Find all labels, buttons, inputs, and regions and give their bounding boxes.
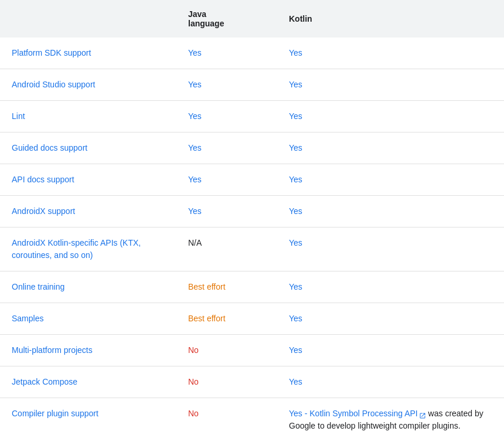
feature-name[interactable]: Platform SDK support — [12, 48, 91, 57]
java-value: Yes — [188, 143, 202, 152]
table-row: Jetpack ComposeNoYes — [0, 366, 504, 398]
feature-cell: Compiler plugin support — [0, 398, 176, 439]
kotlin-value: Yes — [289, 111, 302, 121]
kotlin-value-cell: Yes — [277, 303, 504, 335]
kotlin-value: Yes — [289, 282, 302, 291]
kotlin-value-cell: Yes - Kotlin Symbol Processing API was c… — [277, 398, 504, 439]
feature-cell: Jetpack Compose — [0, 366, 176, 398]
java-value-cell: No — [176, 335, 277, 366]
feature-cell: Online training — [0, 271, 176, 303]
feature-cell: Android Studio support — [0, 69, 176, 101]
java-value: Yes — [188, 111, 202, 121]
feature-cell: Multi-platform projects — [0, 335, 176, 366]
table-row: Guided docs supportYesYes — [0, 133, 504, 164]
kotlin-value: Yes — [289, 238, 302, 247]
feature-name[interactable]: Samples — [12, 314, 43, 323]
comparison-table: Javalanguage Kotlin Platform SDK support… — [0, 0, 504, 438]
kotlin-value-cell: Yes — [277, 38, 504, 69]
col-header-kotlin: Kotlin — [277, 0, 504, 38]
table-row: AndroidX Kotlin-specific APIs (KTX, coro… — [0, 228, 504, 271]
kotlin-value-cell: Yes — [277, 164, 504, 196]
feature-name[interactable]: Multi-platform projects — [12, 345, 93, 355]
table-row: SamplesBest effortYes — [0, 303, 504, 335]
feature-name[interactable]: AndroidX Kotlin-specific APIs (KTX, coro… — [12, 238, 141, 260]
feature-cell: AndroidX support — [0, 196, 176, 228]
kotlin-value: Yes — [289, 143, 302, 152]
feature-cell: Lint — [0, 101, 176, 133]
kotlin-header-text: Kotlin — [289, 14, 312, 23]
java-value-cell: Yes — [176, 101, 277, 133]
feature-name[interactable]: Compiler plugin support — [12, 409, 98, 418]
java-value-cell: No — [176, 398, 277, 439]
table-row: AndroidX supportYesYes — [0, 196, 504, 228]
kotlin-value-cell: Yes — [277, 101, 504, 133]
kotlin-value: Yes — [289, 206, 302, 216]
table-row: Online trainingBest effortYes — [0, 271, 504, 303]
feature-name[interactable]: Guided docs support — [12, 143, 87, 152]
java-value: Yes — [188, 206, 202, 216]
kotlin-value: Yes — [289, 314, 302, 323]
table-row: Multi-platform projectsNoYes — [0, 335, 504, 366]
java-value: N/A — [188, 238, 202, 247]
kotlin-value-cell: Yes — [277, 69, 504, 101]
java-value: Yes — [188, 175, 202, 184]
table-row: Platform SDK supportYesYes — [0, 38, 504, 69]
java-value-cell: Best effort — [176, 303, 277, 335]
java-value-cell: Yes — [176, 69, 277, 101]
kotlin-value-cell: Yes — [277, 335, 504, 366]
java-value-cell: Best effort — [176, 271, 277, 303]
kotlin-value: Yes — [289, 80, 302, 89]
java-value-cell: Yes — [176, 133, 277, 164]
kotlin-value-cell: Yes — [277, 228, 504, 271]
col-header-feature — [0, 0, 176, 38]
feature-cell: Samples — [0, 303, 176, 335]
table-header-row: Javalanguage Kotlin — [0, 0, 504, 38]
table-row: LintYesYes — [0, 101, 504, 133]
java-value: Best effort — [188, 282, 226, 291]
feature-name[interactable]: Jetpack Compose — [12, 377, 77, 386]
kotlin-value-cell: Yes — [277, 366, 504, 398]
feature-name[interactable]: Lint — [12, 111, 25, 121]
feature-cell: Platform SDK support — [0, 38, 176, 69]
col-header-java: Javalanguage — [176, 0, 277, 38]
kotlin-value: Yes — [289, 175, 302, 184]
java-value: Yes — [188, 48, 202, 57]
feature-cell: AndroidX Kotlin-specific APIs (KTX, coro… — [0, 228, 176, 271]
java-value-cell: N/A — [176, 228, 277, 271]
java-value: No — [188, 409, 199, 418]
comparison-table-container: Javalanguage Kotlin Platform SDK support… — [0, 0, 504, 438]
feature-name[interactable]: API docs support — [12, 175, 74, 184]
java-header-text: Javalanguage — [188, 9, 224, 28]
feature-cell: Guided docs support — [0, 133, 176, 164]
java-value-cell: Yes — [176, 164, 277, 196]
feature-name[interactable]: Android Studio support — [12, 80, 95, 89]
java-value: Best effort — [188, 314, 226, 323]
feature-cell: API docs support — [0, 164, 176, 196]
java-value: Yes — [188, 80, 202, 89]
java-value: No — [188, 377, 199, 386]
java-value: No — [188, 345, 199, 355]
java-value-cell: Yes — [176, 38, 277, 69]
kotlin-symbol-processing-link[interactable]: Kotlin Symbol Processing API — [309, 409, 417, 418]
table-row: Android Studio supportYesYes — [0, 69, 504, 101]
kotlin-yes-text: Yes - — [289, 409, 309, 418]
table-row: API docs supportYesYes — [0, 164, 504, 196]
kotlin-value-cell: Yes — [277, 196, 504, 228]
external-link-icon — [419, 410, 426, 417]
kotlin-value: Yes — [289, 377, 302, 386]
feature-name[interactable]: AndroidX support — [12, 206, 75, 216]
kotlin-value: Yes — [289, 345, 302, 355]
kotlin-value: Yes — [289, 48, 302, 57]
java-value-cell: Yes — [176, 196, 277, 228]
java-value-cell: No — [176, 366, 277, 398]
table-row: Compiler plugin supportNoYes - Kotlin Sy… — [0, 398, 504, 439]
kotlin-value-cell: Yes — [277, 133, 504, 164]
feature-name[interactable]: Online training — [12, 282, 64, 291]
kotlin-value-cell: Yes — [277, 271, 504, 303]
